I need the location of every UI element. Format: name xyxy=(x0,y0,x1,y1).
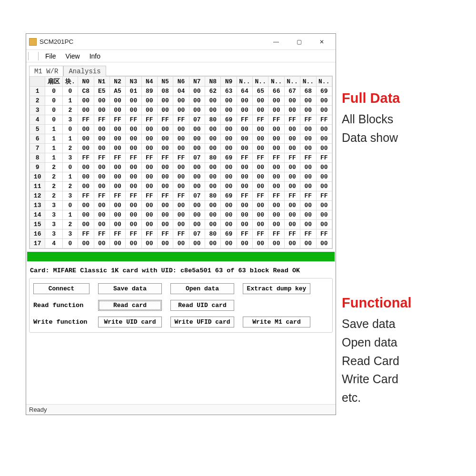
byte-cell: 00 xyxy=(253,201,268,210)
hex-grid[interactable]: 扇区块.N0N1N2N3N4N5N6N7N8N9N..N..N..N..N..N… xyxy=(29,76,333,249)
byte-cell: 00 xyxy=(316,144,332,153)
table-row[interactable]: 92000000000000000000000000000000000 xyxy=(30,163,332,172)
write-ufid-card-button[interactable]: Write UFID card xyxy=(170,317,234,327)
byte-cell: 00 xyxy=(78,125,94,134)
byte-cell: 00 xyxy=(316,163,332,172)
byte-cell: 00 xyxy=(141,96,157,106)
menu-file[interactable]: File xyxy=(40,51,61,61)
byte-cell: 00 xyxy=(205,172,221,182)
write-m1-card-button[interactable]: Write M1 card xyxy=(243,317,310,327)
byte-cell: 00 xyxy=(205,239,221,248)
grid-header-corner xyxy=(30,77,45,87)
sector-cell: 2 xyxy=(45,163,63,172)
byte-cell: 00 xyxy=(78,239,94,248)
byte-cell: 00 xyxy=(268,134,284,144)
byte-cell: 00 xyxy=(237,163,252,172)
save-data-button[interactable]: Save data xyxy=(98,283,162,294)
grid-header-byte-8: N8 xyxy=(205,77,221,87)
table-row[interactable]: 143100000000000000000000000000000000 xyxy=(30,210,332,220)
close-button[interactable]: ✕ xyxy=(311,35,333,49)
table-row[interactable]: 20100000000000000000000000000000000 xyxy=(30,96,332,106)
block-cell: 2 xyxy=(62,144,78,153)
byte-cell: 00 xyxy=(268,182,284,191)
table-row[interactable]: 102100000000000000000000000000000000 xyxy=(30,172,332,182)
byte-cell: 00 xyxy=(300,201,316,210)
minimize-button[interactable]: — xyxy=(265,35,287,49)
byte-cell: 00 xyxy=(109,96,125,106)
sector-cell: 3 xyxy=(45,220,63,229)
byte-cell: 00 xyxy=(173,239,189,248)
row-number: 13 xyxy=(30,201,45,210)
byte-cell: 00 xyxy=(78,220,94,229)
block-cell: 1 xyxy=(62,96,78,106)
menu-view[interactable]: View xyxy=(61,51,85,61)
byte-cell: 00 xyxy=(221,182,237,191)
row-number: 15 xyxy=(30,220,45,229)
sector-cell: 4 xyxy=(45,239,63,248)
byte-cell: FF xyxy=(316,115,332,125)
table-row[interactable]: 813FFFFFFFFFFFFFF078069FFFFFFFFFFFF xyxy=(30,153,332,163)
grid-header-byte-6: N6 xyxy=(173,77,189,87)
byte-cell: FF xyxy=(94,153,109,163)
tab-m1wr[interactable]: M1 W/R xyxy=(29,66,63,76)
byte-cell: 00 xyxy=(173,201,189,210)
table-row[interactable]: 1223FFFFFFFFFFFFFF078069FFFFFFFFFFFF xyxy=(30,191,332,201)
byte-cell: 07 xyxy=(189,153,205,163)
table-row[interactable]: 71200000000000000000000000000000000 xyxy=(30,144,332,153)
menu-info[interactable]: Info xyxy=(85,51,105,61)
annotation-full-data-title: Full Data xyxy=(342,90,470,106)
table-row[interactable]: 133000000000000000000000000000000000 xyxy=(30,201,332,210)
byte-cell: FF xyxy=(173,115,189,125)
write-uid-card-button[interactable]: Write UID card xyxy=(98,317,162,327)
titlebar: SCM201PC — ▢ ✕ xyxy=(26,34,336,50)
open-data-button[interactable]: Open data xyxy=(170,283,234,294)
read-uid-card-button[interactable]: Read UID card xyxy=(170,300,234,311)
connect-button[interactable]: Connect xyxy=(33,283,89,294)
byte-cell: 00 xyxy=(316,106,332,115)
table-row[interactable]: 403FFFFFFFFFFFFFF078069FFFFFFFFFFFF xyxy=(30,115,332,125)
byte-cell: 00 xyxy=(221,144,237,153)
byte-cell: 00 xyxy=(141,134,157,144)
table-row[interactable]: 112200000000000000000000000000000000 xyxy=(30,182,332,191)
byte-cell: 00 xyxy=(109,220,125,229)
byte-cell: FF xyxy=(78,153,94,163)
byte-cell: 07 xyxy=(189,229,205,239)
byte-cell: 00 xyxy=(316,96,332,106)
extract-dump-key-button[interactable]: Extract dump key xyxy=(243,283,310,294)
table-row[interactable]: 153200000000000000000000000000000000 xyxy=(30,220,332,229)
byte-cell: 00 xyxy=(141,220,157,229)
byte-cell: 00 xyxy=(109,106,125,115)
table-row[interactable]: 51000000000000000000000000000000000 xyxy=(30,125,332,134)
byte-cell: 08 xyxy=(157,87,173,96)
byte-cell: 00 xyxy=(126,96,141,106)
byte-cell: 00 xyxy=(141,163,157,172)
table-row[interactable]: 174000000000000000000000000000000000 xyxy=(30,239,332,248)
table-row[interactable]: 61100000000000000000000000000000000 xyxy=(30,134,332,144)
table-row[interactable]: 1633FFFFFFFFFFFFFF078069FFFFFFFFFFFF xyxy=(30,229,332,239)
row-number: 16 xyxy=(30,229,45,239)
byte-cell: FF xyxy=(94,229,109,239)
byte-cell: 00 xyxy=(109,201,125,210)
tab-analysis[interactable]: Analysis xyxy=(63,66,106,76)
byte-cell: 00 xyxy=(189,210,205,220)
maximize-button[interactable]: ▢ xyxy=(288,35,310,49)
byte-cell: 00 xyxy=(157,106,173,115)
table-row[interactable]: 30200000000000000000000000000000000 xyxy=(30,106,332,115)
read-card-button[interactable]: Read card xyxy=(98,300,162,311)
byte-cell: 07 xyxy=(189,115,205,125)
sector-cell: 2 xyxy=(45,191,63,201)
byte-cell: 00 xyxy=(253,210,268,220)
byte-cell: 00 xyxy=(300,125,316,134)
byte-cell: 00 xyxy=(237,144,252,153)
table-row[interactable]: 100C8E5A501890804006263646566676869 xyxy=(30,87,332,96)
progress-bar xyxy=(27,252,335,261)
grid-header-byte-11: N.. xyxy=(253,77,268,87)
sector-cell: 0 xyxy=(45,106,63,115)
byte-cell: 00 xyxy=(268,220,284,229)
byte-cell: 00 xyxy=(78,182,94,191)
grid-header-byte-15: N.. xyxy=(316,77,332,87)
byte-cell: 00 xyxy=(78,172,94,182)
menubar: File View Info xyxy=(26,50,336,62)
byte-cell: 00 xyxy=(94,182,109,191)
byte-cell: 00 xyxy=(237,239,252,248)
